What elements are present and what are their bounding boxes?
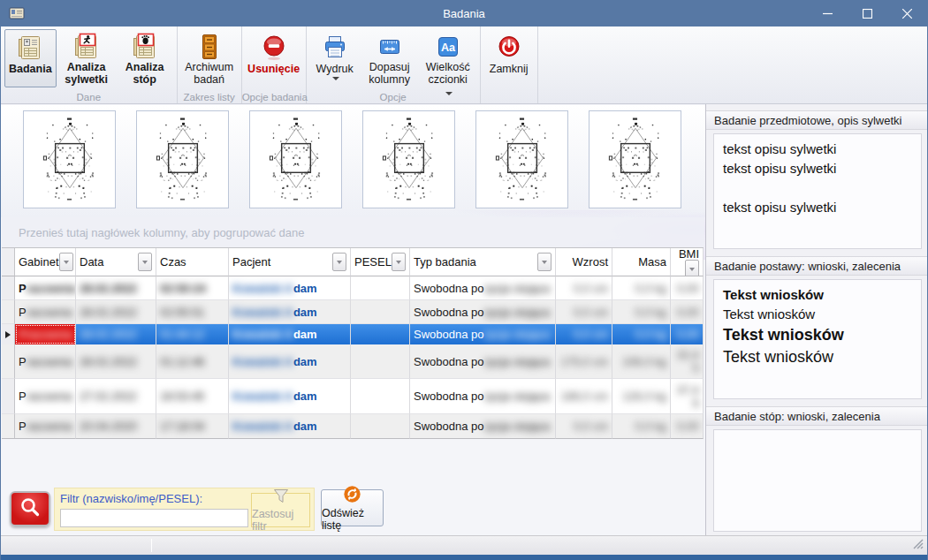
column-header-pesel[interactable]: PESEL [351,248,410,276]
cell-masa[interactable]: 106,0 kg [612,344,671,379]
close-button[interactable] [887,0,927,26]
cell-data[interactable]: 27.02.2022 [76,379,156,414]
ribbon-button-analiza-stop[interactable]: Analiza stóp [117,29,173,87]
filter-input[interactable] [60,509,248,527]
cell-czas[interactable]: 01:12:46 [156,344,229,379]
resize-grip[interactable] [912,538,924,552]
filter-dropdown-button[interactable] [138,253,152,271]
table-row[interactable]: Pracownia27.02.202216:53:45Kowalski Adam… [2,379,704,414]
cell-masa[interactable]: 0,0 kg [612,300,671,324]
cell-pesel[interactable] [351,324,410,344]
search-button[interactable] [10,491,50,526]
groupby-bar[interactable]: Przenieś tutaj nagłówek kolumny, aby pog… [2,217,704,247]
table-row[interactable]: Pracownia20.04.202017:18:04Kowalski Adam… [2,414,704,439]
column-header-data[interactable]: Data [76,248,156,276]
ribbon-button-archiwum-badan[interactable]: Archiwum badań [181,29,238,87]
minimize-button[interactable] [808,0,848,26]
filter-dropdown-button[interactable] [392,253,406,271]
cell-czas[interactable]: 02:55:51 [156,300,229,324]
ribbon-button-usuniecie[interactable]: Usunięcie [246,29,302,87]
cell-bmi[interactable]: 0,00 [671,324,704,344]
cell-wzrost[interactable]: 0,0 cm [556,300,612,324]
cell-pesel[interactable] [351,344,410,379]
ribbon-button-zamknij[interactable]: Zamknij [484,29,534,87]
cell-gabinet[interactable]: Pracownia [15,379,76,414]
cell-wzrost[interactable]: 0,0 cm [556,414,612,439]
cell-pesel[interactable] [351,300,410,324]
cell-masa[interactable]: 0,0 kg [612,324,671,344]
column-header-wzrost[interactable]: Wzrost [556,248,612,276]
column-header-gabinet[interactable]: Gabinet [15,248,76,276]
cell-pacjent[interactable]: Kowalski Adam [229,324,351,344]
examination-preview-1[interactable] [23,110,116,208]
cell-pesel[interactable] [351,414,410,439]
filter-dropdown-button[interactable] [537,253,551,271]
cell-czas[interactable]: 17:18:04 [156,414,229,439]
cell-wzrost[interactable]: 0,0 cm [556,276,612,300]
filter-dropdown-button[interactable] [59,253,73,271]
table-row[interactable]: Pracownia28.02.202202:55:51Kowalski Adam… [2,300,704,324]
column-header-bmi[interactable]: BMI [671,248,704,276]
cell-wzrost[interactable]: 0,0 cm [556,324,612,344]
table-row[interactable]: Pracownia28.02.202201:44:12Kowalski Adam… [2,324,704,344]
cell-data[interactable]: 20.04.2020 [76,414,156,439]
cell-data[interactable]: 28.02.2022 [76,276,156,300]
cell-typ[interactable]: Swobodna pozycja stojąca [410,344,556,379]
examination-preview-6[interactable] [589,110,681,208]
cell-gabinet[interactable]: Pracownia [15,300,76,324]
filter-dropdown-button[interactable] [332,253,346,271]
apply-filter-button[interactable]: Zastosuj filtr [251,493,310,527]
cell-gabinet[interactable]: Pracownia [15,414,76,439]
cell-bmi[interactable]: 0,00 [671,414,704,439]
cell-typ[interactable]: Swobodna pozycja stojąca [410,379,556,414]
maximize-button[interactable] [848,0,887,26]
cell-pesel[interactable] [351,276,410,300]
column-header-masa[interactable]: Masa [612,248,671,276]
ribbon-button-analiza-sylwetki[interactable]: Analiza sylwetki [58,29,115,87]
ribbon-button-badania[interactable]: Badania [4,29,57,87]
table-row[interactable]: Pracownia28.02.202201:12:46Kowalski Adam… [2,344,704,379]
cell-pacjent[interactable]: Kowalski Adam [229,344,351,379]
filter-dropdown-button[interactable] [685,260,699,276]
cell-pacjent[interactable]: Kowalski Adam [229,276,351,300]
cell-typ[interactable]: Swobodna pozycja stojąca [410,276,556,300]
cell-typ[interactable]: Swobodna pozycja stojąca [410,324,556,344]
refresh-list-button[interactable]: Odśwież listę [321,489,384,526]
column-header-typ[interactable]: Typ badania [410,248,556,276]
column-header-pacjent[interactable]: Pacjent [229,248,351,276]
cell-pesel[interactable] [351,379,410,414]
cell-pacjent[interactable]: Kowalski Adam [229,414,351,439]
ribbon-button-wydruk[interactable]: Wydruk [310,29,360,87]
cell-czas[interactable]: 16:53:45 [156,379,229,414]
cell-gabinet[interactable]: Pracownia [15,324,76,344]
cell-bmi[interactable]: 0,00 [671,300,704,324]
cell-gabinet[interactable]: Pracownia [15,344,76,379]
cell-bmi[interactable]: 0,00 [671,276,704,300]
examination-preview-3[interactable] [249,110,342,208]
cell-pacjent[interactable]: Kowalski Adam [229,379,351,414]
cell-data[interactable]: 28.02.2022 [76,344,156,379]
examination-preview-5[interactable] [475,110,568,208]
column-header-czas[interactable]: Czas [156,248,229,276]
cell-gabinet[interactable]: Pracownia [15,276,76,300]
cell-typ[interactable]: Swobodna pozycja stojąca [410,300,556,324]
cell-wzrost[interactable]: 175,0 cm [556,344,612,379]
cell-czas[interactable]: 02:50:24 [156,276,229,300]
cell-czas[interactable]: 01:44:12 [156,324,229,344]
ribbon-button-wielkosc-czcionki[interactable]: AaWielkość czcionki [420,29,476,87]
table-row[interactable]: Pracownia28.02.202202:50:24Kowalski Adam… [2,276,704,300]
cell-pacjent[interactable]: Kowalski Adam [229,300,351,324]
cell-data[interactable]: 28.02.2022 [76,300,156,324]
cell-masa[interactable]: 0,0 kg [612,276,671,300]
cell-typ[interactable]: Swobodna pozycja stojąca [410,414,556,439]
examination-preview-4[interactable] [362,110,455,208]
examination-preview-2[interactable] [136,110,229,208]
cell-bmi[interactable]: 37,4 6 [671,379,704,414]
cell-masa[interactable]: 126,0 kg [612,379,671,414]
cell-bmi[interactable]: 32,4 5 [671,344,704,379]
examinations-table: GabinetDataCzasPacjentPESELTyp badaniaWz… [2,247,704,439]
cell-data[interactable]: 28.02.2022 [76,324,156,344]
ribbon-button-dopasuj-kolumny[interactable]: Dopasuj kolumny [361,29,418,87]
cell-wzrost[interactable]: 186,0 cm [556,379,612,414]
cell-masa[interactable]: 0,0 kg [612,414,671,439]
